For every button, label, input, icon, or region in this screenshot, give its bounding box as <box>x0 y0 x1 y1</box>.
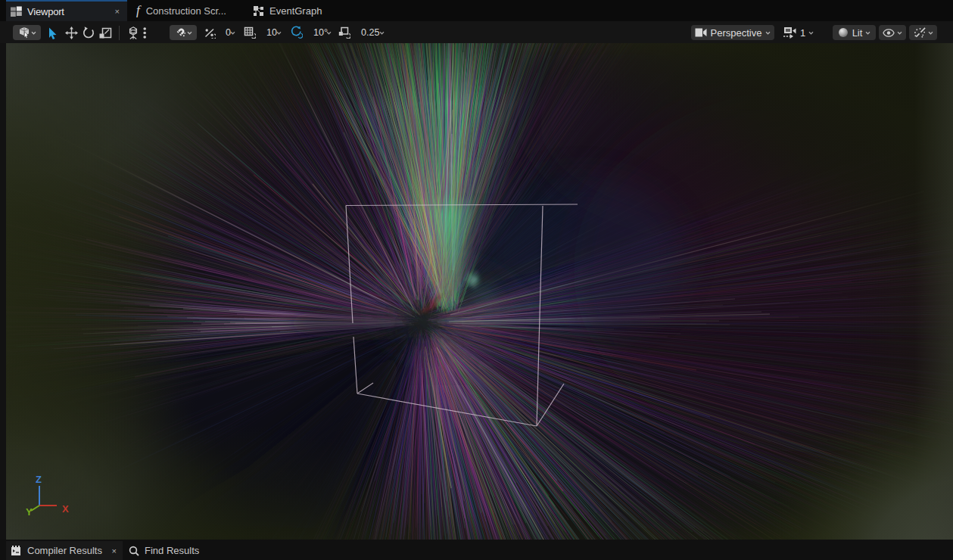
svg-text:X: X <box>62 503 69 515</box>
svg-text:Z: Z <box>36 474 42 485</box>
svg-text:Y: Y <box>26 506 33 518</box>
